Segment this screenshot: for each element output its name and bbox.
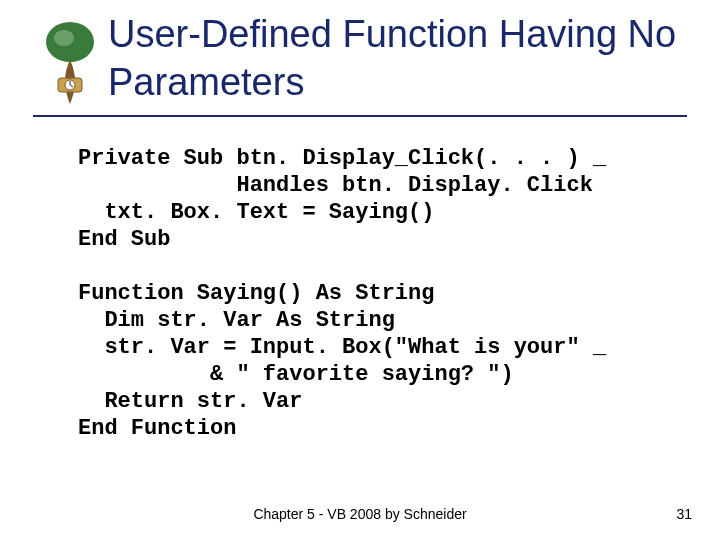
- slide-title: User-Defined Function Having No Paramete…: [108, 10, 702, 106]
- page-number: 31: [676, 506, 692, 522]
- svg-point-1: [54, 30, 74, 46]
- slide: User-Defined Function Having No Paramete…: [0, 0, 720, 540]
- title-underline: [33, 115, 687, 117]
- leaf-icon: [40, 20, 100, 106]
- code-block: Private Sub btn. Display_Click(. . . ) _…: [78, 145, 688, 442]
- footer-text: Chapter 5 - VB 2008 by Schneider: [0, 506, 720, 522]
